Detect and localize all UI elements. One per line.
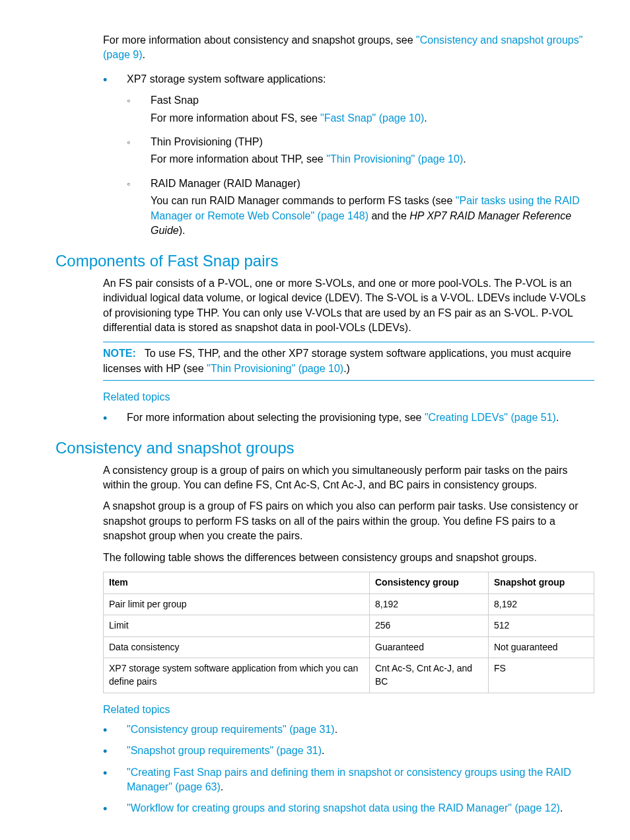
- related-topics-list: For more information about selecting the…: [103, 410, 594, 425]
- text: For more information about selecting the…: [127, 412, 425, 423]
- link-workflow-groups[interactable]: "Workflow for creating groups and storin…: [127, 802, 560, 814]
- text: For more information about FS, see: [151, 112, 320, 124]
- text: .: [335, 724, 337, 735]
- cell: Data consistency: [104, 636, 370, 658]
- cell: FS: [489, 658, 594, 693]
- text: For more information about consistency a…: [103, 34, 416, 46]
- list-item: Thin Provisioning (THP) For more informa…: [127, 135, 594, 167]
- cell: 8,192: [489, 593, 594, 615]
- cell: Not guaranteed: [489, 636, 594, 658]
- sub-list: Fast Snap For more information about FS,…: [127, 93, 594, 238]
- table-row: Pair limit per group 8,192 8,192: [104, 593, 594, 615]
- note-block: NOTE: To use FS, THP, and the other XP7 …: [103, 342, 594, 381]
- cell: XP7 storage system software application …: [104, 658, 370, 693]
- top-bullet-list: XP7 storage system software applications…: [103, 72, 594, 239]
- cell: 256: [370, 615, 489, 637]
- paragraph: An FS pair consists of a P-VOL, one or m…: [103, 276, 594, 336]
- text: and the: [368, 210, 409, 221]
- link-fast-snap[interactable]: "Fast Snap" (page 10): [320, 112, 424, 124]
- related-topics-heading: Related topics: [103, 703, 594, 717]
- related-topics-heading: Related topics: [103, 390, 594, 404]
- link-snapshot-req[interactable]: "Snapshot group requirements" (page 31): [127, 745, 322, 756]
- text: XP7 storage system software applications…: [127, 73, 326, 85]
- list-item: RAID Manager (RAID Manager) You can run …: [127, 176, 594, 239]
- note-label: NOTE:: [103, 348, 136, 359]
- text: You can run RAID Manager commands to per…: [151, 195, 456, 206]
- cell: Limit: [104, 615, 370, 637]
- text: RAID Manager (RAID Manager): [151, 176, 594, 191]
- text: ).: [179, 225, 186, 236]
- text: .: [322, 745, 324, 756]
- column-header: Consistency group: [370, 572, 489, 593]
- paragraph: The following table shows the difference…: [103, 551, 594, 565]
- list-item: For more information about selecting the…: [103, 410, 594, 425]
- text: Fast Snap: [151, 93, 594, 108]
- text: For more information about THP, see: [151, 153, 326, 165]
- column-header: Item: [104, 572, 370, 593]
- table-header-row: Item Consistency group Snapshot group: [104, 572, 594, 593]
- heading-components: Components of Fast Snap pairs: [55, 250, 594, 272]
- text: .: [221, 781, 223, 792]
- link-thin-provisioning[interactable]: "Thin Provisioning" (page 10): [326, 153, 463, 165]
- cell: Pair limit per group: [104, 593, 370, 615]
- list-item: Fast Snap For more information about FS,…: [127, 93, 594, 126]
- text: .: [143, 49, 145, 60]
- list-item: XP7 storage system software applications…: [103, 72, 594, 239]
- text: .): [343, 363, 350, 374]
- list-item: "Snapshot group requirements" (page 31).: [103, 744, 594, 758]
- table-row: Limit 256 512: [104, 615, 594, 637]
- continuation-text: For more information about consistency a…: [103, 33, 594, 63]
- link-creating-fs-pairs[interactable]: "Creating Fast Snap pairs and defining t…: [127, 767, 571, 792]
- column-header: Snapshot group: [489, 572, 594, 593]
- table-row: XP7 storage system software application …: [104, 658, 594, 693]
- link-consistency-req[interactable]: "Consistency group requirements" (page 3…: [127, 724, 335, 735]
- link-creating-ldevs[interactable]: "Creating LDEVs" (page 51): [425, 412, 556, 423]
- related-topics-list: "Consistency group requirements" (page 3…: [103, 722, 594, 816]
- cell: Cnt Ac-S, Cnt Ac-J, and BC: [370, 658, 489, 693]
- text: Thin Provisioning (THP): [151, 135, 594, 149]
- cell: Guaranteed: [370, 636, 489, 658]
- table-row: Data consistency Guaranteed Not guarante…: [104, 636, 594, 658]
- comparison-table: Item Consistency group Snapshot group Pa…: [103, 572, 594, 693]
- cell: 8,192: [370, 593, 489, 615]
- list-item: "Workflow for creating groups and storin…: [103, 801, 594, 816]
- link-thin-provisioning[interactable]: "Thin Provisioning" (page 10): [207, 363, 343, 374]
- cell: 512: [489, 615, 594, 637]
- paragraph: A snapshot group is a group of FS pairs …: [103, 499, 594, 543]
- list-item: "Consistency group requirements" (page 3…: [103, 722, 594, 737]
- paragraph: A consistency group is a group of pairs …: [103, 463, 594, 493]
- text: .: [424, 112, 427, 124]
- text: .: [560, 802, 563, 814]
- list-item: "Creating Fast Snap pairs and defining t…: [103, 765, 594, 795]
- text: .: [556, 412, 559, 423]
- heading-consistency: Consistency and snapshot groups: [55, 437, 594, 459]
- text: .: [463, 153, 466, 165]
